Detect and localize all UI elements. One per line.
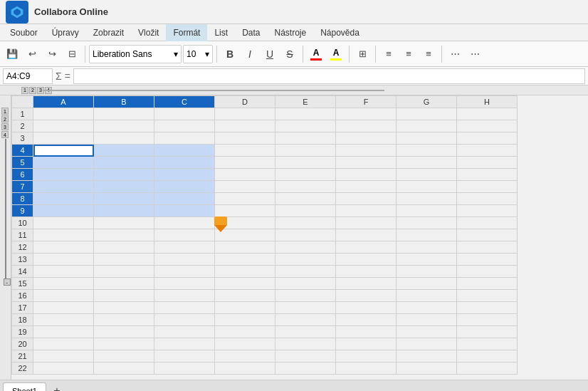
cell-r14-c1[interactable] (33, 266, 94, 278)
menu-nastroje[interactable]: Nástroje (267, 24, 313, 41)
row-num-12[interactable]: 12 (12, 241, 33, 254)
cell-r22-c7[interactable] (397, 363, 457, 375)
cell-r14-c8[interactable] (457, 266, 518, 278)
align-right-button[interactable]: ≡ (419, 45, 438, 63)
cell-r20-c7[interactable] (397, 338, 457, 350)
cell-r8-c4[interactable] (215, 193, 275, 205)
cell-r21-c5[interactable] (275, 350, 336, 363)
cell-r12-c5[interactable] (275, 241, 336, 254)
font-color-button[interactable]: A (307, 45, 325, 63)
cell-r22-c1[interactable] (33, 363, 94, 375)
equals-icon[interactable]: = (65, 71, 70, 82)
col-header-a[interactable]: A (33, 96, 94, 108)
cell-r7-c3[interactable] (154, 181, 215, 193)
font-size-selector[interactable]: 10 ▾ (183, 45, 213, 63)
cell-r12-c2[interactable] (94, 241, 154, 254)
cell-r6-c7[interactable] (397, 169, 457, 181)
row-num-4[interactable]: 4 (12, 145, 33, 157)
cell-r9-c8[interactable] (457, 205, 518, 217)
col-header-b[interactable]: B (94, 96, 154, 108)
col-group-1[interactable]: 1 (21, 87, 28, 94)
undo-button[interactable]: ↩ (23, 45, 41, 63)
grid-scroll[interactable]: A B C D E F G H 123456789101112131415161… (11, 95, 588, 380)
cell-r1-c3[interactable] (154, 108, 215, 120)
menu-data[interactable]: Data (235, 24, 267, 41)
cell-r2-c1[interactable] (33, 120, 94, 132)
row-group-num-3[interactable]: 3 (1, 123, 9, 130)
cell-r16-c2[interactable] (94, 290, 154, 302)
row-group-collapse-btn[interactable]: - (4, 278, 11, 286)
cell-r10-c1[interactable] (33, 217, 94, 229)
cell-r4-c8[interactable] (457, 145, 518, 157)
cell-r10-c3[interactable] (154, 217, 215, 229)
sigma-icon[interactable]: Σ (56, 71, 62, 82)
cell-r21-c7[interactable] (397, 350, 457, 363)
cell-r10-c7[interactable] (397, 217, 457, 229)
cell-r18-c4[interactable] (215, 314, 275, 326)
col-header-h[interactable]: H (457, 96, 518, 108)
more-options-button2[interactable]: ⋯ (466, 45, 484, 63)
cell-r16-c5[interactable] (275, 290, 336, 302)
cell-r17-c5[interactable] (275, 302, 336, 314)
cell-r21-c4[interactable] (215, 350, 275, 363)
row-num-19[interactable]: 19 (12, 326, 33, 338)
cell-r1-c7[interactable] (397, 108, 457, 120)
cell-r17-c4[interactable] (215, 302, 275, 314)
cell-r18-c7[interactable] (397, 314, 457, 326)
cell-r18-c5[interactable] (275, 314, 336, 326)
cell-r12-c3[interactable] (154, 241, 215, 254)
cell-r16-c8[interactable] (457, 290, 518, 302)
cell-r20-c8[interactable] (457, 338, 518, 350)
row-group-num-1[interactable]: 1 (1, 108, 9, 115)
cell-reference-input[interactable] (3, 68, 53, 84)
cell-r11-c6[interactable] (336, 229, 397, 241)
cell-r16-c3[interactable] (154, 290, 215, 302)
cell-r5-c4[interactable] (215, 157, 275, 169)
cell-r5-c2[interactable] (94, 157, 154, 169)
cell-r20-c1[interactable] (33, 338, 94, 350)
redo-button[interactable]: ↪ (43, 45, 61, 63)
cell-r10-c5[interactable] (275, 217, 336, 229)
cell-r2-c4[interactable] (215, 120, 275, 132)
cell-r15-c4[interactable] (215, 278, 275, 290)
cell-r3-c3[interactable] (154, 132, 215, 145)
cell-r4-c5[interactable] (275, 145, 336, 157)
cell-r5-c1[interactable] (33, 157, 94, 169)
cell-r13-c6[interactable] (336, 254, 397, 266)
cell-r3-c8[interactable] (457, 132, 518, 145)
row-num-6[interactable]: 6 (12, 169, 33, 181)
cell-r9-c6[interactable] (336, 205, 397, 217)
cell-r17-c6[interactable] (336, 302, 397, 314)
cell-r2-c6[interactable] (336, 120, 397, 132)
cell-r18-c3[interactable] (154, 314, 215, 326)
cell-r7-c2[interactable] (94, 181, 154, 193)
menu-napoveda[interactable]: Nápověda (313, 24, 367, 41)
row-num-1[interactable]: 1 (12, 108, 33, 120)
cell-r7-c6[interactable] (336, 181, 397, 193)
cell-r19-c5[interactable] (275, 326, 336, 338)
row-num-5[interactable]: 5 (12, 157, 33, 169)
cell-r19-c3[interactable] (154, 326, 215, 338)
cell-r13-c3[interactable] (154, 254, 215, 266)
font-name-selector[interactable]: Liberation Sans ▾ (89, 45, 182, 63)
cell-r16-c6[interactable] (336, 290, 397, 302)
cell-r11-c8[interactable] (457, 229, 518, 241)
cell-r13-c2[interactable] (94, 254, 154, 266)
cell-r21-c8[interactable] (457, 350, 518, 363)
cell-r2-c5[interactable] (275, 120, 336, 132)
row-num-21[interactable]: 21 (12, 350, 33, 363)
cell-r8-c1[interactable] (33, 193, 94, 205)
cell-r9-c4[interactable] (215, 205, 275, 217)
col-header-g[interactable]: G (397, 96, 457, 108)
underline-button[interactable]: U (261, 45, 279, 63)
cell-r6-c3[interactable] (154, 169, 215, 181)
cell-r18-c1[interactable] (33, 314, 94, 326)
cell-r18-c2[interactable] (94, 314, 154, 326)
cell-r5-c7[interactable] (397, 157, 457, 169)
cell-r1-c4[interactable] (215, 108, 275, 120)
cell-r22-c4[interactable] (215, 363, 275, 375)
cell-r6-c1[interactable] (33, 169, 94, 181)
cell-r14-c4[interactable] (215, 266, 275, 278)
cell-r13-c1[interactable] (33, 254, 94, 266)
col-group-2[interactable]: 2 (29, 87, 36, 94)
